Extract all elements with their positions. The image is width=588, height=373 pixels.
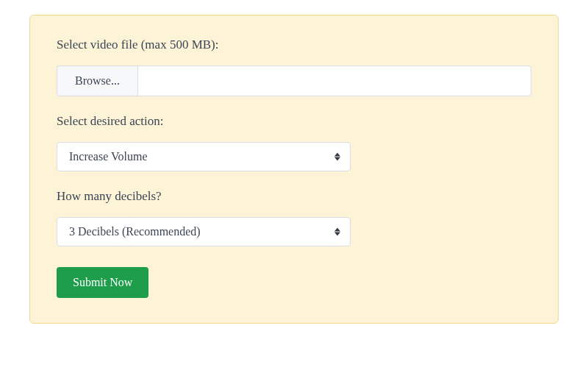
action-select[interactable]: Increase Volume	[57, 142, 351, 171]
submit-button[interactable]: Submit Now	[57, 267, 148, 298]
decibels-select-wrapper: 3 Decibels (Recommended)	[57, 217, 351, 246]
file-field-label: Select video file (max 500 MB):	[57, 38, 531, 52]
upload-form-panel: Select video file (max 500 MB): Browse..…	[29, 15, 559, 324]
file-name-display	[137, 65, 531, 96]
decibels-field-label: How many decibels?	[57, 189, 531, 204]
browse-button[interactable]: Browse...	[57, 65, 137, 96]
action-field-label: Select desired action:	[57, 114, 531, 129]
decibels-select[interactable]: 3 Decibels (Recommended)	[57, 217, 351, 246]
action-field-group: Select desired action: Increase Volume	[57, 114, 531, 171]
decibels-field-group: How many decibels? 3 Decibels (Recommend…	[57, 189, 531, 246]
file-input[interactable]: Browse...	[57, 65, 531, 96]
file-field-group: Select video file (max 500 MB): Browse..…	[57, 38, 531, 96]
action-select-wrapper: Increase Volume	[57, 142, 351, 171]
